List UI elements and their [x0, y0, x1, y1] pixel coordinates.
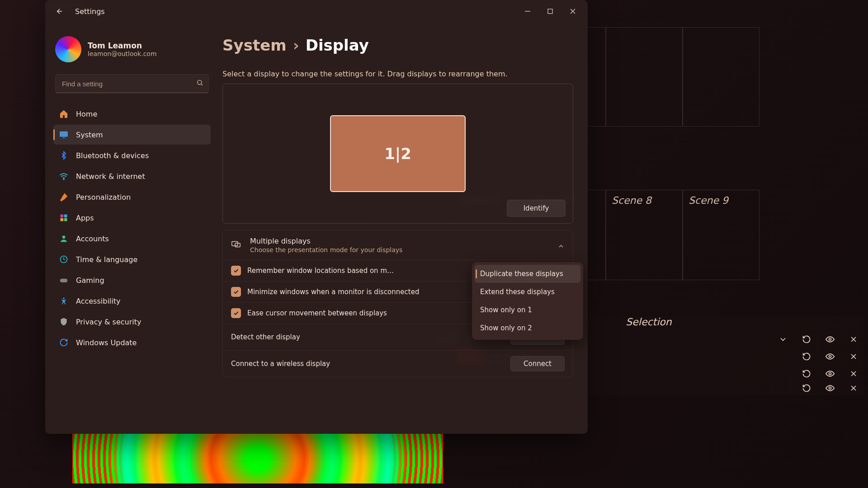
svg-point-1 [829, 356, 831, 358]
close-button[interactable] [561, 2, 584, 20]
checkbox-ease[interactable] [231, 308, 241, 318]
dropdown-item-label: Show only on 2 [480, 324, 532, 332]
person-icon [59, 234, 69, 244]
svg-point-2 [829, 373, 831, 375]
eye-icon[interactable] [825, 383, 835, 394]
scene-cell[interactable]: Scene 9 [683, 190, 760, 280]
shield-icon [59, 317, 69, 327]
window-title: Settings [75, 7, 105, 16]
nav-item-home[interactable]: Home [53, 104, 211, 124]
svg-point-15 [63, 298, 64, 299]
scene-cell[interactable]: Scene 8 [606, 190, 683, 280]
nav-label: Accessibility [76, 297, 120, 305]
multiple-displays-header[interactable]: Multiple displays Choose the presentatio… [223, 230, 573, 260]
apps-icon [59, 213, 69, 223]
nav-item-apps[interactable]: Apps [53, 208, 211, 228]
search-icon[interactable] [196, 79, 203, 88]
svg-point-7 [63, 179, 64, 180]
update-icon [59, 338, 69, 347]
dropdown-item-label: Show only on 1 [480, 306, 532, 314]
nav-item-privacy[interactable]: Privacy & security [53, 312, 211, 332]
group-title: Multiple displays [250, 237, 402, 245]
nav-label: Accounts [76, 235, 109, 243]
svg-rect-8 [61, 215, 64, 218]
display-mode-dropdown: Duplicate these displays Extend these di… [472, 262, 583, 340]
titlebar: Settings [45, 0, 588, 23]
nav-label: Time & language [76, 255, 137, 264]
row-connect: Connect to a wireless display Connect [223, 350, 573, 377]
nav-label: Apps [76, 214, 94, 222]
avatar [55, 36, 81, 62]
nav-item-update[interactable]: Windows Update [53, 333, 211, 352]
chevron-down-icon[interactable] [778, 334, 788, 345]
main-pane: System › Display Select a display to cha… [217, 23, 588, 434]
back-button[interactable] [52, 4, 67, 19]
refresh-icon[interactable] [801, 334, 812, 345]
nav-item-system[interactable]: System [53, 125, 211, 145]
close-icon[interactable] [848, 351, 859, 362]
nav-item-bluetooth[interactable]: Bluetooth & devices [53, 145, 211, 165]
nav-item-network[interactable]: Network & internet [53, 166, 211, 186]
breadcrumb: System › Display [222, 36, 573, 54]
nav-item-personalization[interactable]: Personalization [53, 187, 211, 207]
row-label: Connect to a wireless display [231, 360, 510, 368]
dropdown-item-only2[interactable]: Show only on 2 [475, 319, 580, 337]
eye-icon[interactable] [825, 351, 835, 362]
search-input[interactable] [55, 74, 209, 93]
refresh-icon[interactable] [801, 383, 812, 394]
svg-rect-10 [61, 218, 64, 221]
bluetooth-icon [59, 150, 69, 160]
user-row[interactable]: Tom Leamon leamon@outlook.com [55, 36, 209, 62]
refresh-icon[interactable] [801, 351, 812, 362]
refresh-icon[interactable] [801, 368, 812, 379]
nav-item-time[interactable]: Time & language [53, 249, 211, 269]
close-icon[interactable] [848, 368, 859, 379]
dropdown-item-only1[interactable]: Show only on 1 [475, 301, 580, 319]
svg-point-0 [829, 338, 831, 341]
connect-button[interactable]: Connect [510, 356, 565, 371]
nav-item-accounts[interactable]: Accounts [53, 229, 211, 249]
checkbox-minimize[interactable] [231, 287, 241, 297]
gamepad-icon [59, 275, 69, 285]
search [55, 74, 209, 93]
scene-label: Scene 9 [689, 195, 728, 206]
minimize-button[interactable] [516, 2, 539, 20]
svg-point-12 [62, 235, 66, 239]
nav: Tom Leamon leamon@outlook.com Home Syste… [45, 23, 217, 434]
clock-icon [59, 254, 69, 264]
svg-point-3 [829, 387, 831, 389]
display-box[interactable]: 1|2 [330, 115, 466, 192]
checkbox-remember[interactable] [231, 266, 241, 276]
breadcrumb-page: Display [306, 36, 369, 54]
nav-item-gaming[interactable]: Gaming [53, 270, 211, 290]
chevron-up-icon [557, 241, 565, 250]
brush-icon [59, 192, 69, 202]
dropdown-item-extend[interactable]: Extend these displays [475, 283, 580, 301]
group-subtitle: Choose the presentation mode for your di… [250, 246, 402, 253]
breadcrumb-section[interactable]: System [222, 36, 287, 54]
nav-item-accessibility[interactable]: Accessibility [53, 291, 211, 311]
close-icon[interactable] [848, 383, 859, 394]
close-icon[interactable] [848, 334, 859, 345]
display-canvas[interactable]: 1|2 Identify [222, 84, 573, 224]
settings-window: Settings Tom Leamon leamon@outlook.com [45, 0, 588, 434]
button-label: Connect [524, 360, 552, 368]
maximize-button[interactable] [539, 2, 561, 20]
user-email: leamon@outlook.com [88, 50, 157, 57]
nav-label: Bluetooth & devices [76, 151, 149, 160]
helper-text: Select a display to change the settings … [222, 70, 573, 78]
nav-label: Network & internet [76, 172, 145, 181]
grid-cell [606, 27, 683, 127]
eye-icon[interactable] [825, 368, 835, 379]
dropdown-item-label: Duplicate these displays [480, 270, 563, 278]
nav-label: Gaming [76, 276, 104, 285]
dropdown-item-duplicate[interactable]: Duplicate these displays [475, 265, 580, 283]
monitor-icon [59, 130, 69, 140]
svg-rect-9 [64, 215, 67, 218]
accessibility-icon [59, 296, 69, 306]
identify-button[interactable]: Identify [507, 200, 566, 217]
eye-icon[interactable] [825, 334, 835, 345]
dropdown-item-label: Extend these displays [480, 288, 555, 296]
wifi-icon [59, 171, 69, 181]
svg-rect-11 [64, 218, 67, 221]
